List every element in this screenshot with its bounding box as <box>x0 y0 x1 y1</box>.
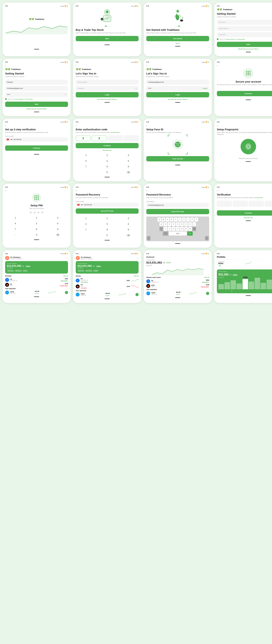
back-button[interactable]: ‹ <box>5 124 68 126</box>
signin-link[interactable]: Sign In <box>254 48 258 50</box>
resend-text[interactable]: Resend code <box>76 150 138 151</box>
numpad-3[interactable]: 3 <box>118 216 138 221</box>
key-q[interactable]: Q <box>158 218 161 222</box>
key-n[interactable]: N <box>184 227 188 231</box>
signup-link[interactable]: Sign up <box>183 99 188 100</box>
numpad-1[interactable]: 1 <box>5 216 26 220</box>
key-d[interactable]: D <box>168 222 171 226</box>
continue-button[interactable]: Continue <box>217 210 272 216</box>
view-all-link[interactable]: View all <box>204 277 209 278</box>
key-space[interactable]: space <box>169 232 187 236</box>
numpad-8[interactable]: 8 <box>97 164 118 169</box>
view-all-link[interactable]: View all <box>63 275 68 277</box>
terms-checkbox[interactable]: ✓ <box>217 38 218 40</box>
send-otp-button[interactable]: Send OTP Code <box>146 209 209 214</box>
numpad-4[interactable]: 4 <box>76 222 96 226</box>
back-button[interactable]: ‹ <box>217 124 272 126</box>
key-i[interactable]: I <box>186 218 190 222</box>
otp-digit-4[interactable] <box>265 201 272 206</box>
key-k[interactable]: K <box>188 222 192 226</box>
fullname-input[interactable] <box>217 20 272 25</box>
back-button[interactable]: ‹ <box>146 190 209 192</box>
eye-icon[interactable]: 👁 <box>135 87 137 90</box>
key-emoji[interactable]: ☺ <box>147 236 150 240</box>
get-started-button[interactable]: Get Started <box>146 36 209 41</box>
key-j[interactable]: J <box>184 222 188 226</box>
numpad-8[interactable]: 8 <box>97 227 118 232</box>
numpad-backspace[interactable]: ⌫ <box>118 233 138 238</box>
back-button[interactable]: ‹ <box>76 190 138 192</box>
terms-checkbox[interactable]: ✓ <box>5 98 7 100</box>
numpad-7[interactable]: 7 <box>5 227 26 232</box>
otp-digit-1[interactable]: 0 <box>76 136 91 141</box>
next-button[interactable]: Next <box>76 36 138 41</box>
back-button[interactable]: ‹ <box>76 124 138 126</box>
numpad-backspace[interactable]: ⌫ <box>118 170 138 175</box>
menu-icon[interactable]: ⋯ <box>207 256 209 258</box>
eye-icon[interactable]: 👁 <box>65 94 66 96</box>
continue-button[interactable]: Continue <box>217 91 272 96</box>
key-x[interactable]: X <box>168 227 171 231</box>
fullname-input[interactable] <box>5 80 68 84</box>
numpad-5[interactable]: 5 <box>97 222 118 226</box>
numpad-dash[interactable]: - <box>5 232 26 238</box>
key-l[interactable]: L <box>192 222 196 226</box>
otp-digit-1[interactable] <box>217 201 232 206</box>
email-input[interactable] <box>146 80 209 84</box>
key-y[interactable]: Y <box>178 218 182 222</box>
password-input[interactable] <box>76 86 138 91</box>
password-input[interactable] <box>146 86 209 91</box>
numpad-0[interactable]: 0 <box>97 233 118 238</box>
numpad-4[interactable]: 4 <box>76 158 96 164</box>
send-otp-button[interactable]: Send OTP Code <box>76 208 138 214</box>
continue-button[interactable]: Continue <box>5 146 68 151</box>
numpad-1[interactable]: 1 <box>76 153 96 158</box>
key-p[interactable]: P <box>194 218 198 222</box>
login-button[interactable]: Login <box>146 92 209 97</box>
start-button[interactable]: Start <box>217 42 272 47</box>
key-s[interactable]: S <box>164 222 167 226</box>
otp-digit-4[interactable] <box>124 136 138 141</box>
menu-icon[interactable]: ⋯ <box>66 257 68 259</box>
key-shift[interactable]: ⇧ <box>160 227 163 231</box>
back-button[interactable]: ‹ <box>76 64 138 67</box>
phone-input-row[interactable]: ★ +84 999 999 999 <box>76 203 138 207</box>
key-backspace[interactable]: ⌫ <box>192 227 196 231</box>
numpad-dot[interactable]: . <box>76 233 96 238</box>
email-input[interactable] <box>5 86 68 91</box>
email-input[interactable] <box>76 80 138 84</box>
key-u[interactable]: U <box>182 218 186 222</box>
buy-button[interactable]: + <box>136 293 138 296</box>
buy-button[interactable]: + <box>65 291 68 294</box>
numpad-3[interactable]: 3 <box>118 153 138 158</box>
key-f[interactable]: F <box>172 222 176 226</box>
numpad-2[interactable]: 2 <box>97 216 118 221</box>
back-button[interactable]: ‹ <box>5 190 68 192</box>
numpad-0[interactable]: 0 <box>26 232 47 238</box>
key-t[interactable]: T <box>174 218 178 222</box>
view-all-link[interactable]: View all <box>134 275 138 277</box>
numpad-4[interactable]: 4 <box>5 221 26 226</box>
numpad-backspace[interactable]: ⌫ <box>48 232 68 238</box>
numpad-9[interactable]: 9 <box>118 227 138 232</box>
key-o[interactable]: O <box>190 218 194 222</box>
key-v[interactable]: V <box>176 227 180 231</box>
time-tab-1m[interactable]: 1M <box>226 290 229 292</box>
resend-text[interactable]: Resend code <box>217 217 272 218</box>
numpad-1[interactable]: 1 <box>76 216 96 221</box>
numpad-6[interactable]: 6 <box>118 158 138 164</box>
numpad-3[interactable]: 3 <box>48 216 68 220</box>
key-b[interactable]: B <box>180 227 184 231</box>
otp-digit-2[interactable]: 9 <box>92 136 107 141</box>
key-z[interactable]: Z <box>164 227 167 231</box>
login-button[interactable]: Login <box>76 92 138 97</box>
signin-link[interactable]: Sign In <box>43 108 47 110</box>
key-mic[interactable]: 🎤 <box>205 236 209 240</box>
buy-button[interactable]: + <box>206 292 209 295</box>
key-g[interactable]: G <box>176 222 180 226</box>
key-h[interactable]: H <box>180 222 184 226</box>
email-input[interactable] <box>217 26 272 31</box>
back-button[interactable]: ‹ <box>217 190 272 192</box>
key-a[interactable]: A <box>160 222 163 226</box>
email-input[interactable] <box>146 203 209 208</box>
